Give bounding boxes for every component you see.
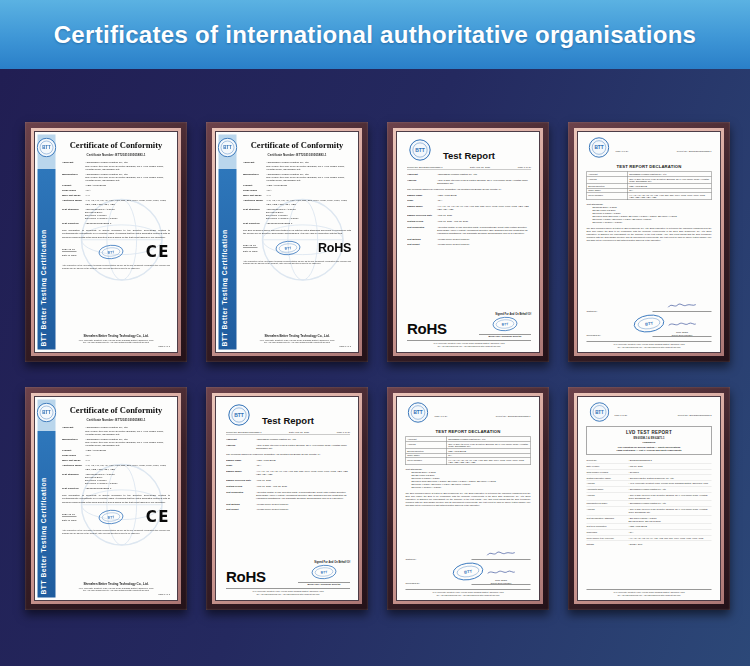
field-row: Additional ModelH7, H1, H3, H8, H9, H11,… (62, 199, 170, 206)
page-number: Page 1 of 24 (337, 431, 350, 434)
certificate-title: Certificate of Conformity (62, 405, 170, 415)
declaration-paragraph: The EUT described above is tested by BTT… (406, 492, 531, 507)
lvd-body: BTT Page 1 of 28 Report No.: BTT20210305… (587, 402, 712, 596)
standards-list: EN 55015:2013+A1:2015 EN IEC 61000-3-2:2… (412, 471, 531, 488)
org-address: 4F/1, University Creativity Park, Liuxia… (243, 339, 351, 344)
certificates-board: BTT Better Testing Certification BTT Cer… (0, 69, 750, 666)
standards-list: EN 55015:2013+A1:2015 EN IEC 61000-3-2:2… (593, 206, 712, 223)
signature-icon (485, 568, 517, 576)
approval-stamp-icon: BTT (309, 563, 338, 581)
field-row: Main Test ModeH4 (62, 194, 170, 197)
declaration-body: BTT Page 1 of 24 Report No.: BTT20210305… (406, 402, 531, 596)
issue-date-block: 2021-03-18 Date of Issue (62, 513, 77, 521)
svg-text:BTT: BTT (595, 410, 604, 415)
certificates-row-2: BTT Better Testing Certification BTT Cer… (25, 387, 730, 610)
signature-block: Signed For And On Behalf Of BTT Bevol Lo… (298, 560, 350, 586)
frame-mat: BTT Better Testing Certification BTT Cer… (31, 128, 181, 356)
field-row: Testing PeriodMar 03, 2021 - Mar 18, 202… (407, 220, 531, 223)
svg-text:BTT: BTT (42, 410, 51, 415)
declaration-table: ApplicantZhongshan Lengbin Lighting Co.,… (406, 437, 531, 465)
sidebar-label: BTT Better Testing Certification (40, 177, 48, 347)
conformity-statement: This declaration of conformity is issued… (62, 229, 170, 239)
field-row: Sample NameLED AUTO BULB (407, 193, 531, 196)
certificate-title: Certificate of Conformity (62, 140, 170, 150)
certificates-row-1: BTT Better Testing Certification BTT Cer… (25, 122, 730, 362)
field-row: Trade NameN/A (62, 189, 170, 192)
header-banner: Certificates of international authoritat… (0, 0, 750, 69)
certificate-paper: BTT Better Testing Certification BTT Cer… (34, 131, 178, 353)
field-row: Test RequestedSelected Test(s) In The Se… (407, 225, 531, 234)
certificate-frame-test-report: BTT Test Report Report No: BTT2021030505… (206, 387, 368, 610)
report-footer-row: RoHS Signed For And On Behalf Of BTT (407, 312, 531, 338)
svg-text:BTT: BTT (594, 145, 603, 150)
btt-sidebar: BTT Better Testing Certification (219, 135, 237, 350)
org-address: 4F/1, University Creativity Park, Liuxia… (62, 587, 170, 592)
field-row: Testing PeriodMar 03, 2021 - Mar 18, 202… (226, 485, 350, 488)
field-row: AddressOne of 2nd-4th Floor of No.2 Fact… (587, 492, 712, 501)
field-row: ManufacturerZhongshan Lengbin Lighting C… (62, 437, 170, 447)
field-row: Test StandardEN 55015:2013+A1:2015 EN 61… (62, 207, 170, 220)
report-date: Date: Mar 18, 2021 (470, 166, 490, 169)
certificate-paper: BTT Page 1 of 24 Report No.: BTT20210305… (577, 131, 721, 353)
field-row: ManufacturerZhongshan Lengbin Lighting C… (62, 172, 170, 182)
sidebar-label: BTT Better Testing Certification (221, 177, 229, 347)
signature-block: Signed For And On Behalf Of BTT Bevol Lo… (479, 312, 531, 338)
frame-mat: BTT Test Report Report No: BTT2021030505… (212, 393, 362, 604)
footnote: After inspection of the necessary techni… (62, 529, 170, 534)
field-row: Sample Received DateMar 03, 2021 (407, 214, 531, 217)
org-name: Shenzhen Better Testing Technology Co., … (62, 335, 170, 338)
tested-by-label: Tested by: (587, 310, 598, 313)
field-row: Additional ModelH7, H1, H3, H8, H9, H11,… (62, 464, 170, 471)
sample-note: The Following Sample(s) Was/Were Submitt… (226, 453, 350, 456)
field-row: Sample ModelH4, H7, H1, H3, H8, H9, H11,… (407, 205, 531, 211)
report-number: Report No.: BTT2021030505883-1 (496, 415, 531, 418)
field-row: Test StandardEN 55015:2013+A1:2015 EN 61… (62, 472, 170, 485)
field-row: Sample Received DateMar 03, 2021 (226, 479, 350, 482)
frame-mat: BTT Page 1 of 24 Report No.: BTT20210305… (574, 128, 724, 356)
field-row: ApplicantZhongshan Lengbin Lighting Co.,… (62, 426, 170, 436)
certificate-frame-conformity-rohs: BTT Better Testing Certification BTT Cer… (206, 122, 368, 362)
lvd-description: LVD resolution for general lighting — Sa… (590, 445, 709, 451)
declaration-paragraph: The EUT described above is tested by BTT… (587, 227, 712, 242)
table-row: AddressOne of 2nd-4th Floor of No.2 Fact… (587, 176, 712, 183)
standards-label: Test Standards: (587, 202, 712, 205)
field-row: ProductLED AUTO BULB (62, 184, 170, 187)
signature-icon (666, 302, 698, 310)
tested-by-row: Tested by: (406, 550, 531, 561)
footer-address: 4F/1, University Creativity Park, Liuxia… (587, 342, 712, 349)
signature-line (653, 302, 712, 313)
field-row: Test MethodPlease Refer To Next Page(s). (226, 502, 350, 505)
reviewed-by-label: Reviewed by: (587, 334, 601, 337)
declaration-header: BTT Page 1 of 24 Report No.: BTT20210305… (587, 137, 712, 162)
page-number: Page 1 of 1 (62, 593, 170, 596)
report-meta-row: Page 1 of 24 Report No.: BTT202103050588… (616, 150, 712, 153)
certificate-paper: BTT Page 1 of 24 Report No.: BTT20210305… (396, 396, 540, 601)
field-row: TradeN/A (407, 199, 531, 202)
reviewed-by-label: Reviewed by: (406, 582, 420, 585)
field-row: Test ResultPlease Refer To Next Page(s). (226, 508, 350, 511)
ce-mark: CE (146, 508, 170, 526)
certificate-frame-lvd: BTT Page 1 of 28 Report No.: BTT20210305… (568, 387, 730, 610)
issue-date-block: 2021-03-18 Date of Issue (243, 244, 258, 252)
field-row: ApplicantZhongshan Lengbin Lighting Co.,… (407, 173, 531, 176)
report-header: BTT Test Report (407, 138, 531, 166)
btt-logo-icon: BTT (37, 138, 57, 158)
page-number: Page 1 of 1 (243, 345, 351, 348)
frame-mat: BTT Page 1 of 24 Report No.: BTT20210305… (393, 393, 543, 604)
report-footer-row: RoHS Signed For And On Behalf Of BTT (226, 560, 350, 586)
report-meta-row: Page 1 of 24 Report No.: BTT202103050588… (435, 415, 531, 418)
field-row: RatingsDC12V, 36W (587, 541, 712, 547)
certificate-paper: BTT Test Report Report No: BTT2021030505… (215, 396, 359, 601)
rohs-mark: RoHS (226, 569, 266, 586)
lvd-product: Luminaires (590, 441, 709, 444)
page-number: Page 1 of 1 (62, 345, 170, 348)
footer-address: 4F/1, University Creativity Park, Liuxia… (407, 341, 531, 348)
report-number: Report No: BTT2021030505883-1 (407, 166, 442, 169)
svg-text:BTT: BTT (108, 250, 115, 255)
certificate-frame-conformity-ce: BTT Better Testing Certification BTT Cer… (25, 387, 187, 610)
banner-title: Certificates of international authoritat… (54, 21, 697, 49)
certificate-frame-declaration: BTT Page 1 of 24 Report No.: BTT20210305… (387, 387, 549, 610)
field-row: Test MethodPlease Refer To Next Page(s). (407, 237, 531, 240)
issue-date-label: Date of Issue (243, 248, 258, 252)
footnote: After inspection of the necessary techni… (62, 264, 170, 269)
